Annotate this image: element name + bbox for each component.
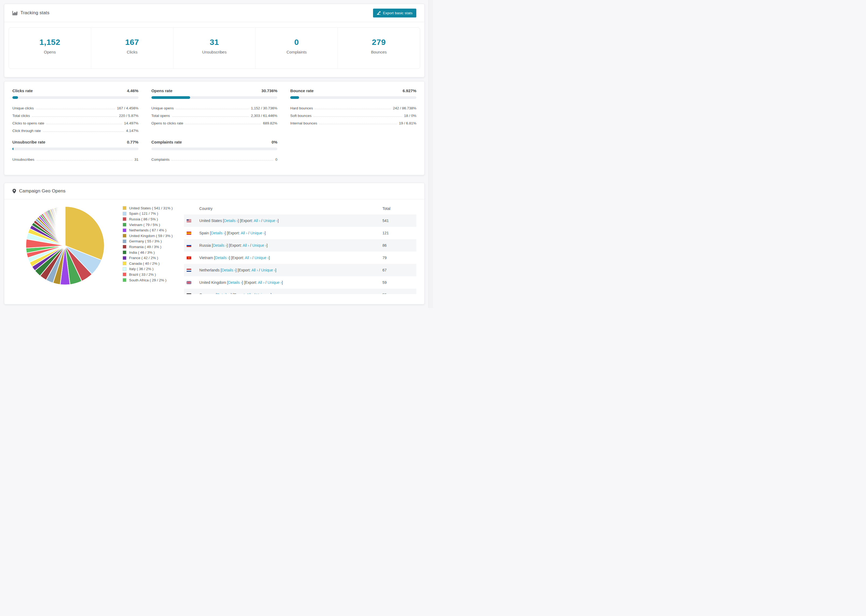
- browser-scrollbar[interactable]: [428, 0, 433, 308]
- progress-fill: [13, 148, 13, 150]
- stat-row: Unique opens 1,152 / 30.736%: [151, 103, 277, 110]
- legend-swatch: [123, 267, 126, 271]
- stat-value: 14.497%: [124, 121, 138, 125]
- geo-country-table: Country Total United States [Details ›] …: [184, 203, 416, 294]
- stat-row: Click through rate 4.147%: [13, 125, 139, 133]
- stat-row: Clicks to opens rate 14.497%: [13, 118, 139, 125]
- stat-value: 18 / 0%: [404, 114, 416, 118]
- progress-fill: [290, 96, 299, 99]
- geo-body: United States ( 541 / 31% ) Spain ( 121 …: [4, 200, 424, 294]
- legend-label: Spain ( 121 / 7% ): [129, 212, 158, 215]
- header-country: Country: [199, 206, 383, 211]
- table-header-row: Country Total: [184, 203, 416, 214]
- export-all-link[interactable]: All ›: [241, 231, 247, 235]
- details-link[interactable]: Details ›: [213, 243, 227, 248]
- legend-swatch: [123, 228, 126, 232]
- legend-label: United Kingdom ( 59 / 3% ): [129, 234, 173, 238]
- export-unique-link[interactable]: Unique ›: [254, 256, 269, 260]
- details-link[interactable]: Details ›: [215, 256, 229, 260]
- details-link[interactable]: Details ›: [228, 280, 242, 284]
- stat-value: 167 / 4.456%: [117, 106, 139, 110]
- legend-label: France ( 42 / 2% ): [129, 256, 158, 260]
- stat-value: 689.82%: [263, 121, 277, 125]
- bar-chart-icon: [13, 11, 17, 15]
- stat-row: Total opens 2,303 / 61.446%: [151, 110, 277, 118]
- card-label: Clicks: [91, 50, 173, 54]
- total-cell: 86: [383, 243, 416, 248]
- details-link[interactable]: Details ›: [224, 218, 238, 223]
- legend-swatch: [123, 261, 126, 265]
- summary-card: 167 Clicks: [91, 28, 173, 69]
- legend-label: United States ( 541 / 31% ): [129, 206, 173, 210]
- rate-header: Bounce rate 6.927%: [290, 88, 416, 93]
- legend-swatch: [123, 206, 126, 210]
- export-unique-link[interactable]: Unique ›: [252, 243, 266, 248]
- panel-title-text: Tracking stats: [20, 10, 49, 16]
- export-basic-stats-button[interactable]: Export basic stats: [373, 9, 416, 17]
- progress-bar: [290, 96, 416, 99]
- stat-label: Hard bounces: [290, 106, 313, 110]
- legend-swatch: [123, 223, 126, 226]
- legend-item: France ( 42 / 2% ): [123, 255, 173, 261]
- table-row-de: Germany [Details ›] [Export: All › / Uni…: [184, 289, 416, 294]
- dotted-leader: [32, 116, 117, 117]
- card-label: Bounces: [338, 50, 420, 54]
- rate-header: Unsubscribe rate 0.77%: [13, 140, 139, 144]
- country-cell: Germany [Details ›] [Export: All › / Uni…: [199, 293, 383, 294]
- table-row-gb: United Kingdom [Details ›] [Export: All …: [184, 276, 416, 289]
- tracking-stats-panel: Tracking stats Export basic stats 1,152 …: [4, 4, 425, 77]
- export-all-link[interactable]: All ›: [254, 218, 260, 223]
- rate-section: Unsubscribe rate 0.77% Unsubscribes 31: [13, 140, 139, 162]
- export-unique-link[interactable]: Unique ›: [256, 293, 271, 294]
- legend-label: Brazil ( 33 / 2% ): [129, 272, 156, 277]
- summary-card: 0 Complaints: [255, 28, 337, 69]
- summary-card: 31 Unsubscribes: [173, 28, 255, 69]
- legend-label: Romania ( 49 / 3% ): [129, 245, 161, 249]
- stat-label: Opens to clicks rate: [151, 121, 183, 125]
- country-name: Vietnam: [199, 256, 213, 260]
- country-cell: Vietnam [Details ›] [Export: All › / Uni…: [199, 256, 383, 260]
- rate-value: 0.77%: [127, 140, 139, 144]
- legend-item: India ( 46 / 3% ): [123, 250, 173, 255]
- rate-section: Complaints rate 0% Complaints 0: [151, 140, 277, 162]
- summary-card: 1,152 Opens: [9, 28, 91, 69]
- card-value: 0: [255, 38, 337, 47]
- rates-panel: Clicks rate 4.46% Unique clicks 167 / 4.…: [4, 81, 425, 175]
- export-all-link[interactable]: All ›: [252, 268, 258, 272]
- country-cell: Russia [Details ›] [Export: All › / Uniq…: [199, 243, 383, 248]
- card-value: 279: [338, 38, 420, 47]
- card-value: 1,152: [9, 38, 91, 47]
- export-all-link[interactable]: All ›: [242, 243, 249, 248]
- details-link[interactable]: Details ›: [222, 268, 235, 272]
- stat-label: Complaints: [151, 157, 170, 162]
- export-unique-link[interactable]: Unique ›: [250, 231, 265, 235]
- legend-item: United Kingdom ( 59 / 3% ): [123, 233, 173, 239]
- card-label: Complaints: [255, 50, 337, 54]
- export-all-link[interactable]: All ›: [247, 293, 253, 294]
- export-unique-link[interactable]: Unique ›: [263, 218, 277, 223]
- export-unique-link[interactable]: Unique ›: [261, 268, 276, 272]
- stat-value: 2,303 / 61.446%: [251, 114, 277, 118]
- dotted-leader: [172, 160, 273, 160]
- header-total: Total: [383, 206, 416, 211]
- details-link[interactable]: Details ›: [217, 293, 230, 294]
- legend-swatch: [123, 245, 126, 248]
- stat-value: 1,152 / 30.736%: [251, 106, 277, 110]
- country-name: Russia: [199, 243, 211, 248]
- us-flag-icon: [184, 219, 199, 222]
- legend-swatch: [123, 234, 126, 237]
- legend-item: Netherlands ( 67 / 4% ): [123, 227, 173, 233]
- country-name: Germany: [199, 293, 215, 294]
- stat-value: 242 / 86.738%: [393, 106, 416, 110]
- total-cell: 541: [383, 218, 416, 223]
- legend-label: Netherlands ( 67 / 4% ): [129, 228, 167, 232]
- details-link[interactable]: Details ›: [211, 231, 225, 235]
- export-unique-link[interactable]: Unique ›: [268, 280, 282, 284]
- legend-item: Germany ( 55 / 3% ): [123, 239, 173, 244]
- rate-section: Opens rate 30.736% Unique opens 1,152 / …: [151, 88, 277, 133]
- rate-header: Complaints rate 0%: [151, 140, 277, 144]
- country-cell: Spain [Details ›] [Export: All › / Uniqu…: [199, 231, 383, 235]
- dotted-leader: [172, 116, 249, 117]
- export-all-link[interactable]: All ›: [245, 256, 251, 260]
- export-all-link[interactable]: All ›: [258, 280, 265, 284]
